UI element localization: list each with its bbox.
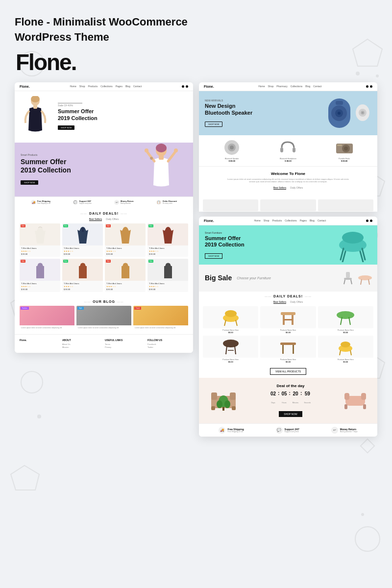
- blog-badge-2: Style: [77, 307, 84, 310]
- furn-cart-icon[interactable]: [370, 220, 372, 222]
- furn-nav-products[interactable]: Products: [272, 219, 282, 222]
- furn-nav-pages[interactable]: Pages: [300, 219, 307, 222]
- furn-card-4[interactable]: Products Name Here $0.00: [203, 336, 258, 363]
- purple-shop-button[interactable]: SHOP NOW: [21, 180, 38, 185]
- hero-woman-figure: [20, 96, 54, 138]
- furn-shop-button[interactable]: SHOP NOW: [205, 253, 222, 259]
- furn-nav-icons: [366, 220, 372, 222]
- elec-nav-contact[interactable]: Contact: [313, 85, 321, 88]
- furn-feature-shipping: 🚚 Free Shipping Free Shipping on all: [219, 427, 244, 434]
- badge-new-2: New: [63, 224, 68, 227]
- svg-point-6: [174, 148, 178, 152]
- welcome-tab-bestsellers[interactable]: Best Sellers: [273, 186, 287, 190]
- product-card-3[interactable]: Sale T-Shirt And Jeans ★★★☆☆ $ 90.00: [105, 223, 146, 257]
- elec-search-icon[interactable]: [366, 85, 368, 88]
- product-img-8: New: [147, 259, 188, 281]
- page-header: Flone - Minimalist WooCommerce WordPress…: [15, 15, 377, 45]
- furn-nav-shop[interactable]: Shop: [264, 219, 270, 222]
- product-img-2: New: [62, 223, 103, 245]
- product-img-5: Sale: [20, 259, 60, 281]
- big-sale-title: Big Sale: [205, 274, 232, 282]
- furn-nav-contact[interactable]: Contact: [318, 219, 326, 222]
- furn-nav-blog[interactable]: Blog: [310, 219, 315, 222]
- hero-shop-button[interactable]: SHOP NOW: [58, 125, 74, 130]
- product-card-2[interactable]: New T-Shirt And Jeans ★★★☆☆ $ 90.00: [62, 223, 103, 257]
- elec-shop-button[interactable]: SHOP NOW: [205, 122, 222, 127]
- blog-card-2[interactable]: Style Lorem ipsum dolor sit amet consect…: [76, 306, 131, 331]
- product-card-4[interactable]: New T-Shirt And Jeans ★★★☆☆ $ 90.00: [147, 223, 188, 257]
- product-card-1[interactable]: Sale T-Shirt And Jeans ★★★☆☆ $ 90.00: [20, 223, 60, 257]
- furn-card-2[interactable]: Products Name Here $0.00: [260, 306, 316, 334]
- furn-card-1[interactable]: Products Name Here $0.00: [203, 306, 258, 334]
- shipping-icon: 🚚: [31, 200, 36, 205]
- furn-tab-dailyoffers[interactable]: Daily Offers: [290, 300, 303, 304]
- elec-product-1[interactable]: Bluetooth Speaker $ 89.00: [217, 139, 246, 162]
- nav-link-collections[interactable]: Collections: [100, 85, 112, 88]
- elec-nav-collections[interactable]: Collections: [291, 85, 302, 88]
- svg-line-60: [340, 350, 341, 355]
- elec-nav-pharmacy[interactable]: Pharmacy: [276, 85, 288, 88]
- blog-img-3: Trend: [133, 306, 188, 325]
- furn-img-2: [260, 306, 316, 328]
- svg-line-35: [344, 280, 345, 284]
- electronics-partial-products: [199, 197, 377, 212]
- cart-icon[interactable]: [186, 85, 188, 88]
- svg-rect-26: [337, 145, 342, 146]
- view-all-container: VIEW ALL PRODUCTS: [203, 366, 373, 375]
- countdown-hours: 05 Hours: [281, 391, 287, 405]
- furn-search-icon[interactable]: [366, 220, 368, 222]
- furn-deals-tabs: Best Sellers Daily Offers: [203, 300, 373, 304]
- welcome-tab-dailyoffers[interactable]: Daily Offers: [290, 186, 303, 190]
- chair-container: [333, 228, 372, 262]
- footer-brand: Flone.: [20, 339, 60, 349]
- nav-link-pages[interactable]: Pages: [116, 85, 122, 88]
- countdown-minutes: 20 Minutes: [293, 391, 298, 405]
- furn-nav-collections[interactable]: Collections: [285, 219, 296, 222]
- elec-cart-icon[interactable]: [370, 85, 372, 88]
- svg-rect-73: [361, 393, 366, 400]
- elec-product-2[interactable]: Bluetooth Headphone $ 89.00: [273, 139, 303, 162]
- welcome-section: Welcome To Flone Lorem ipsum dolor sit a…: [199, 167, 377, 197]
- welcome-title: Welcome To Flone: [206, 172, 370, 176]
- page-title: Flone - Minimalist WooCommerce WordPress…: [15, 15, 191, 45]
- view-all-button[interactable]: VIEW ALL PRODUCTS: [270, 368, 306, 375]
- nav-link-home[interactable]: Home: [70, 85, 76, 88]
- furn-card-6[interactable]: Products Name Here $0.00: [318, 336, 373, 363]
- nav-link-products[interactable]: Products: [88, 85, 98, 88]
- svg-rect-13: [336, 101, 343, 105]
- nav-link-blog[interactable]: Blog: [125, 85, 130, 88]
- furn-card-3[interactable]: Products Name Here $0.00: [318, 306, 373, 334]
- tab-best-sellers[interactable]: Best Sellers: [89, 218, 102, 221]
- furn-card-5[interactable]: Products Name Here $0.00: [260, 336, 316, 363]
- elec-nav-shop[interactable]: Shop: [268, 85, 274, 88]
- svg-rect-47: [284, 319, 293, 320]
- nav-link-shop[interactable]: Shop: [79, 85, 85, 88]
- product-card-8[interactable]: New T-Shirt And Jeans ★★★☆☆ $ 90.00: [147, 259, 188, 292]
- nav-link-contact[interactable]: Contact: [133, 85, 142, 88]
- deal-shop-button[interactable]: SHOP NOW: [279, 411, 302, 417]
- product-info-1: T-Shirt And Jeans ★★★☆☆ $ 90.00: [20, 245, 60, 257]
- left-screenshot: Flone. Home Shop Products Collections Pa…: [15, 82, 193, 437]
- blog-card-3[interactable]: Trend Lorem ipsum dolor sit amet consect…: [133, 306, 188, 331]
- furn-nav-home[interactable]: Home: [254, 219, 260, 222]
- search-icon[interactable]: [182, 85, 184, 88]
- product-card-6[interactable]: New T-Shirt And Jeans ★★★☆☆ $ 90.00: [62, 259, 103, 292]
- brand-logo: Flone.: [16, 49, 377, 75]
- elec-nav-home[interactable]: Home: [258, 85, 265, 88]
- furn-tab-bestsellers[interactable]: Best Sellers: [273, 300, 287, 304]
- blog-card-1[interactable]: Fashion Lorem ipsum dolor sit amet conse…: [20, 306, 74, 331]
- elec-nav-blog[interactable]: Blog: [305, 85, 310, 88]
- deal-content: Deal of the day 02 Days : 05 Hours: [204, 384, 372, 417]
- svg-point-12: [338, 112, 341, 115]
- furniture-hero: Smart Furniture Summer Offer 2019 Collec…: [199, 225, 377, 265]
- blog-img-1: Fashion: [20, 306, 74, 325]
- svg-rect-33: [346, 272, 350, 278]
- furniture-hero-text: Smart Furniture Summer Offer 2019 Collec…: [205, 231, 245, 259]
- product-card-7[interactable]: Sale T-Shirt And Jeans ★★★☆☆ $ 90.00: [105, 259, 146, 292]
- product-card-5[interactable]: Sale T-Shirt And Jeans ★★★☆☆ $ 90.00: [20, 259, 60, 292]
- tab-daily-offers[interactable]: Daily Offers: [106, 218, 119, 221]
- elec-product-3[interactable]: Portable Radio $ 89.00: [330, 139, 359, 162]
- furn-img-5: [260, 336, 316, 358]
- svg-rect-2: [33, 105, 37, 109]
- electronics-nav-logo: Flone.: [204, 85, 214, 88]
